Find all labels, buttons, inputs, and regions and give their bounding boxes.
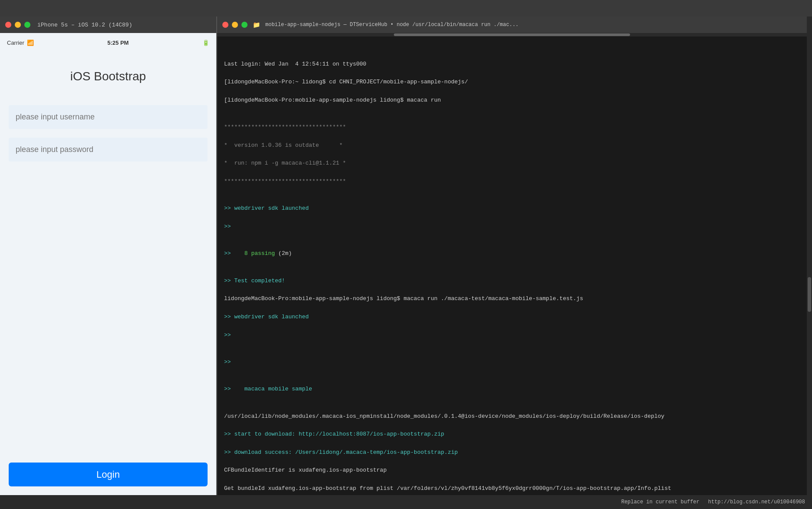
status-right: 🔋 xyxy=(202,40,209,46)
status-left: Carrier 📶 xyxy=(7,40,34,46)
terminal-title-bar: 📁 mobile-app-sample-nodejs — DTServiceHu… xyxy=(217,17,807,33)
terminal-line: * version 1.0.36 is outdate * xyxy=(224,141,800,150)
ios-simulator-title: iPhone 5s – iOS 10.2 (14C89) xyxy=(37,22,132,28)
terminal-download-start-line: >> start to download: http://localhost:8… xyxy=(224,430,800,439)
terminal-line: Get bundleId xudafeng.ios-app-bootstrap … xyxy=(224,484,800,493)
terminal-line: CFBundleIdentifier is xudafeng.ios-app-b… xyxy=(224,466,800,475)
replace-in-buffer-text: Replace in current buffer xyxy=(621,499,700,505)
terminal-close-button[interactable] xyxy=(222,22,228,28)
maximize-button[interactable] xyxy=(24,22,30,28)
top-bar xyxy=(0,0,812,17)
terminal-line: >> xyxy=(224,358,800,367)
terminal-minimize-button[interactable] xyxy=(232,22,238,28)
terminal-line: lidongdeMacBook-Pro:mobile-app-sample-no… xyxy=(224,294,800,304)
close-button[interactable] xyxy=(5,22,11,28)
side-scrollbar[interactable] xyxy=(807,17,812,495)
password-input[interactable] xyxy=(9,138,208,162)
terminal-line: ************************************ xyxy=(224,177,800,186)
ios-app-content: iOS Bootstrap Login xyxy=(0,52,216,495)
ios-screen: Carrier 📶 5:25 PM 🔋 iOS Bootstrap Login xyxy=(0,33,216,495)
username-input[interactable] xyxy=(9,105,208,129)
terminal-title: mobile-app-sample-nodejs — DTServiceHub … xyxy=(265,22,518,28)
terminal-line: >> webdriver sdk launched xyxy=(224,313,800,322)
terminal-line: >> macaca mobile sample xyxy=(224,385,800,394)
ios-title-bar: iPhone 5s – iOS 10.2 (14C89) xyxy=(0,17,216,33)
login-button[interactable]: Login xyxy=(9,463,208,486)
carrier-label: Carrier xyxy=(7,40,24,46)
battery-icon: 🔋 xyxy=(202,40,209,46)
terminal-download-success-line: >> download success: /Users/lidong/.maca… xyxy=(224,448,800,457)
url-text: http://blog.csdn.net/u010046908 xyxy=(708,499,805,505)
terminal-test-completed-line: >> Test completed! xyxy=(224,277,800,286)
side-scroll-thumb[interactable] xyxy=(808,277,811,312)
ios-status-bar: Carrier 📶 5:25 PM 🔋 xyxy=(0,33,216,52)
terminal-line: ************************************ xyxy=(224,123,800,132)
folder-icon: 📁 xyxy=(253,21,260,29)
terminal-line: [lidongdeMacBook-Pro:~ lidong$ cd CHNI_P… xyxy=(224,78,800,87)
terminal-maximize-button[interactable] xyxy=(241,22,248,28)
bottom-status-bar: Replace in current buffer http://blog.cs… xyxy=(0,495,812,509)
scrollbar-area xyxy=(217,33,807,36)
terminal-line: [lidongdeMacBook-Pro:mobile-app-sample-n… xyxy=(224,96,800,105)
terminal-line: /usr/local/lib/node_modules/.macaca-ios_… xyxy=(224,412,800,421)
terminal-line: * run: npm i -g macaca-cli@1.1.21 * xyxy=(224,159,800,168)
terminal-line: >> webdriver sdk launched xyxy=(224,204,800,213)
ios-simulator-panel: iPhone 5s – iOS 10.2 (14C89) Carrier 📶 5… xyxy=(0,17,217,495)
terminal-line: >> xyxy=(224,222,800,231)
terminal-content[interactable]: Last login: Wed Jan 4 12:54:11 on ttys00… xyxy=(217,36,807,495)
terminal-passing-line: >> 8 passing (2m) xyxy=(224,249,800,258)
terminal-line: Last login: Wed Jan 4 12:54:11 on ttys00… xyxy=(224,60,800,69)
status-time: 5:25 PM xyxy=(107,40,129,46)
app-title: iOS Bootstrap xyxy=(70,69,146,83)
terminal-panel: 📁 mobile-app-sample-nodejs — DTServiceHu… xyxy=(217,17,807,495)
terminal-line: >> xyxy=(224,331,800,340)
main-content: iPhone 5s – iOS 10.2 (14C89) Carrier 📶 5… xyxy=(0,17,812,495)
minimize-button[interactable] xyxy=(15,22,21,28)
wifi-icon: 📶 xyxy=(27,40,34,46)
scrollbar-thumb[interactable] xyxy=(394,33,630,36)
